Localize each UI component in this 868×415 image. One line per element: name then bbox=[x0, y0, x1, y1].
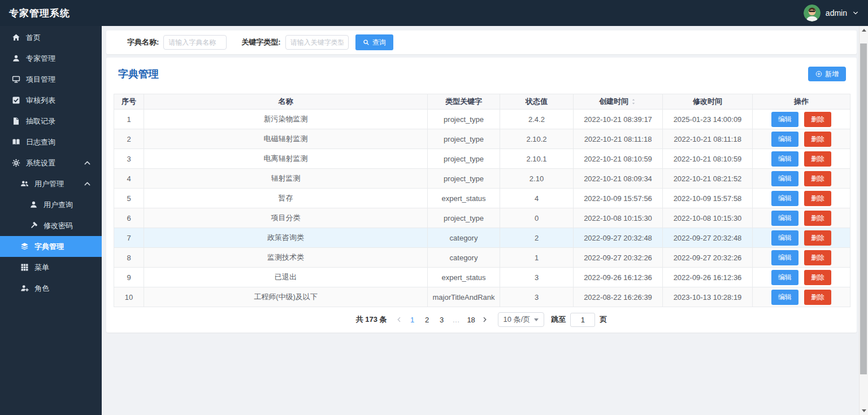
sidebar-item-gear[interactable]: 系统设置 bbox=[0, 152, 102, 173]
table-cell: 2022-09-26 16:12:36 bbox=[574, 268, 663, 287]
table-cell: project_type bbox=[428, 169, 500, 189]
edit-button[interactable]: 编辑 bbox=[771, 171, 798, 186]
actions-cell: 编辑删除 bbox=[753, 208, 850, 228]
edit-button[interactable]: 编辑 bbox=[771, 211, 798, 226]
sidebar-item-user-plus[interactable]: 角色 bbox=[0, 278, 102, 299]
delete-button[interactable]: 删除 bbox=[804, 230, 831, 246]
table-cell: 1 bbox=[114, 110, 144, 129]
actions-cell: 编辑删除 bbox=[753, 129, 850, 149]
dict-name-label: 字典名称: bbox=[127, 37, 159, 47]
edit-button[interactable]: 编辑 bbox=[771, 290, 798, 305]
table-cell: 已退出 bbox=[144, 268, 428, 287]
sort-icon[interactable] bbox=[630, 98, 637, 105]
jump-page-input[interactable] bbox=[570, 313, 595, 327]
table-cell: 电磁辐射监测 bbox=[144, 129, 428, 149]
sidebar-item-book[interactable]: 日志查询 bbox=[0, 132, 102, 152]
sidebar-item-home[interactable]: 首页 bbox=[0, 27, 102, 48]
delete-button[interactable]: 删除 bbox=[804, 171, 831, 186]
prev-page-button[interactable] bbox=[396, 316, 402, 323]
edit-button[interactable]: 编辑 bbox=[771, 132, 798, 147]
plus-circle-icon bbox=[815, 71, 822, 77]
delete-button[interactable]: 删除 bbox=[804, 191, 831, 206]
keyword-type-input[interactable] bbox=[285, 35, 349, 50]
page-size-select[interactable]: 10 条/页 bbox=[498, 312, 545, 327]
delete-button[interactable]: 删除 bbox=[804, 132, 831, 147]
edit-button[interactable]: 编辑 bbox=[771, 250, 798, 265]
table-row: 8监测技术类category12022-09-27 20:32:262022-0… bbox=[114, 248, 850, 268]
search-button[interactable]: 查询 bbox=[355, 34, 393, 50]
table-cell: 新污染物监测 bbox=[144, 110, 428, 129]
table-row: 7政策咨询类category22022-09-27 20:32:482022-0… bbox=[114, 228, 850, 248]
actions-cell: 编辑删除 bbox=[753, 169, 850, 189]
table-cell: 2022-10-09 15:57:58 bbox=[663, 189, 753, 208]
delete-button[interactable]: 删除 bbox=[804, 112, 831, 127]
book-icon bbox=[12, 138, 20, 146]
delete-button[interactable]: 删除 bbox=[804, 151, 831, 167]
table-cell: 项目分类 bbox=[144, 208, 428, 228]
sidebar-item-check-square[interactable]: 审核列表 bbox=[0, 90, 102, 111]
dictionary-table: 序号名称类型关键字状态值创建时间修改时间操作 1新污染物监测project_ty… bbox=[114, 94, 850, 307]
sidebar-item-user[interactable]: 专家管理 bbox=[0, 48, 102, 69]
edit-button[interactable]: 编辑 bbox=[771, 230, 798, 246]
dict-name-input[interactable] bbox=[163, 35, 227, 50]
page-number[interactable]: 1 bbox=[407, 316, 418, 324]
scrollbar-thumb[interactable] bbox=[860, 43, 867, 374]
scroll-down-arrow[interactable] bbox=[862, 409, 866, 412]
sidebar-item-user[interactable]: 用户查询 bbox=[0, 194, 102, 215]
avatar[interactable] bbox=[804, 5, 821, 21]
add-button-label: 新增 bbox=[825, 69, 839, 79]
table-cell: expert_status bbox=[428, 268, 500, 287]
delete-button[interactable]: 删除 bbox=[804, 270, 831, 285]
edit-button[interactable]: 编辑 bbox=[771, 191, 798, 206]
table-cell: 2022-09-27 20:32:48 bbox=[574, 228, 663, 248]
sidebar-item-grid[interactable]: 菜单 bbox=[0, 257, 102, 278]
table-cell: 2022-09-27 20:32:26 bbox=[663, 248, 753, 268]
table-cell: 3 bbox=[500, 287, 574, 307]
table-cell: 2022-10-21 08:10:59 bbox=[663, 149, 753, 169]
delete-button[interactable]: 删除 bbox=[804, 290, 831, 305]
table-cell: project_type bbox=[428, 208, 500, 228]
sidebar-item-file[interactable]: 抽取记录 bbox=[0, 111, 102, 132]
delete-button[interactable]: 删除 bbox=[804, 211, 831, 226]
user-menu[interactable]: admin bbox=[804, 5, 859, 21]
next-page-button[interactable] bbox=[481, 316, 488, 323]
table-cell: 2.10.1 bbox=[500, 149, 574, 169]
table-cell: 2022-10-21 08:11:18 bbox=[663, 129, 753, 149]
delete-button[interactable]: 删除 bbox=[804, 250, 831, 265]
column-header: 创建时间 bbox=[574, 94, 663, 110]
page-number[interactable]: 18 bbox=[466, 316, 477, 324]
page-number[interactable]: 2 bbox=[422, 316, 433, 324]
sidebar-item-label: 用户管理 bbox=[34, 179, 64, 189]
sidebar-item-label: 字典管理 bbox=[34, 242, 64, 252]
sidebar-item-hammer[interactable]: 修改密码 bbox=[0, 215, 102, 236]
scroll-up-arrow[interactable] bbox=[862, 29, 866, 32]
sidebar-item-users[interactable]: 用户管理 bbox=[0, 173, 102, 194]
sidebar: 首页专家管理项目管理审核列表抽取记录日志查询系统设置用户管理用户查询修改密码字典… bbox=[0, 26, 102, 415]
page-number[interactable]: 3 bbox=[436, 316, 448, 324]
table-cell: 2022-10-08 10:15:30 bbox=[574, 208, 663, 228]
column-header: 序号 bbox=[114, 94, 144, 110]
edit-button[interactable]: 编辑 bbox=[771, 112, 798, 127]
edit-button[interactable]: 编辑 bbox=[771, 270, 798, 285]
page-title: 字典管理 bbox=[118, 67, 159, 81]
table-cell: 2022-09-27 20:32:48 bbox=[663, 228, 753, 248]
table-row: 6项目分类project_type02022-10-08 10:15:30202… bbox=[114, 208, 850, 228]
edit-button[interactable]: 编辑 bbox=[771, 151, 798, 167]
column-header: 名称 bbox=[144, 94, 428, 110]
table-cell: expert_status bbox=[428, 189, 500, 208]
sidebar-item-label: 日志查询 bbox=[26, 137, 55, 147]
table-cell: 9 bbox=[114, 268, 144, 287]
home-icon bbox=[12, 33, 20, 42]
table-cell: 3 bbox=[500, 268, 574, 287]
panel-header: 字典管理 新增 bbox=[114, 58, 849, 81]
sidebar-item-monitor[interactable]: 项目管理 bbox=[0, 69, 102, 90]
table-cell: 2022-10-21 08:21:52 bbox=[663, 169, 753, 189]
scrollbar[interactable] bbox=[859, 26, 868, 415]
sidebar-item-layers[interactable]: 字典管理 bbox=[0, 236, 102, 257]
table-cell: 2.10.2 bbox=[500, 129, 574, 149]
monitor-icon bbox=[12, 75, 20, 84]
caret-down-icon bbox=[534, 318, 539, 321]
add-button[interactable]: 新增 bbox=[808, 67, 846, 81]
page-unit-label: 页 bbox=[600, 314, 607, 325]
table-cell: 7 bbox=[114, 228, 144, 248]
